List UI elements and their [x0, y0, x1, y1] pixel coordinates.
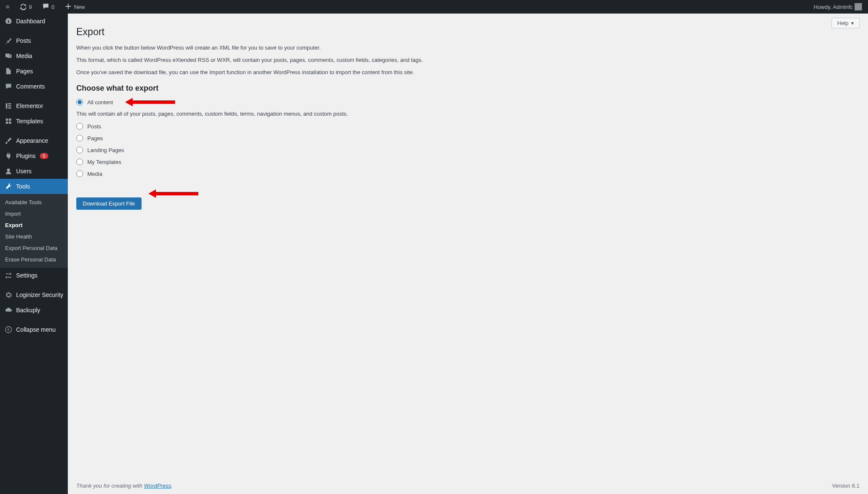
admin-footer: Thank you for creating with WordPress. V… — [68, 477, 868, 494]
sidebar-item-comments[interactable]: Comments — [0, 79, 68, 94]
sidebar-item-settings[interactable]: Settings — [0, 268, 68, 283]
version-text: Version 6.1 — [832, 483, 860, 489]
sidebar-item-label: Comments — [16, 83, 45, 90]
radio-all-content[interactable] — [76, 99, 83, 105]
choose-heading: Choose what to export — [76, 84, 860, 93]
sidebar-item-elementor[interactable]: Elementor — [0, 98, 68, 114]
comments-item[interactable]: 0 — [39, 3, 57, 11]
pin-icon — [4, 36, 13, 45]
sidebar-item-label: Backuply — [16, 307, 40, 314]
svg-rect-1 — [6, 103, 8, 109]
comments-count: 0 — [51, 4, 54, 10]
sidebar-item-media[interactable]: Media — [0, 48, 68, 64]
radio-my-templates[interactable] — [76, 158, 83, 165]
new-item[interactable]: New — [62, 3, 87, 11]
comments-icon — [4, 82, 13, 91]
sidebar-item-users[interactable]: Users — [0, 164, 68, 179]
svg-point-6 — [6, 327, 11, 333]
footer-suffix: . — [171, 483, 173, 489]
sidebar-item-collapse[interactable]: Collapse menu — [0, 322, 68, 337]
templates-icon — [4, 117, 13, 125]
wp-logo-icon[interactable] — [3, 3, 12, 11]
sidebar-item-label: Loginizer Security — [16, 291, 63, 298]
sidebar-item-label: Settings — [16, 272, 38, 279]
submenu-export[interactable]: Export — [0, 219, 68, 231]
intro-paragraph-3: Once you've saved the download file, you… — [76, 69, 458, 75]
radio-label[interactable]: Landing Pages — [87, 147, 124, 153]
radio-label[interactable]: Posts — [87, 123, 101, 130]
sidebar-item-pages[interactable]: Pages — [0, 64, 68, 79]
sidebar-item-label: Posts — [16, 37, 31, 44]
brush-icon — [4, 136, 13, 145]
radio-pages[interactable] — [76, 135, 83, 142]
help-tab[interactable]: Help ▾ — [832, 18, 860, 28]
radio-label[interactable]: Pages — [87, 135, 103, 142]
radio-landing-pages[interactable] — [76, 147, 83, 153]
radio-posts[interactable] — [76, 123, 83, 130]
elementor-icon — [4, 102, 13, 110]
option-media: Media — [76, 170, 860, 177]
plus-icon — [64, 3, 72, 11]
option-all-content: All content — [76, 99, 860, 105]
option-my-templates: My Templates — [76, 158, 860, 165]
admin-top-bar: 9 0 New Howdy, Adminfc — [0, 0, 868, 14]
sidebar-item-dashboard[interactable]: Dashboard — [0, 14, 68, 29]
wrench-icon — [4, 182, 13, 191]
dashboard-icon — [4, 17, 13, 25]
updates-item[interactable]: 9 — [17, 3, 34, 11]
submenu-site-health[interactable]: Site Health — [0, 231, 68, 242]
svg-rect-4 — [8, 108, 11, 109]
media-icon — [4, 52, 13, 60]
sidebar-item-loginizer[interactable]: Loginizer Security — [0, 287, 68, 303]
sidebar-item-label: Plugins — [16, 153, 36, 159]
collapse-icon — [4, 325, 13, 334]
svg-point-5 — [7, 169, 10, 172]
radio-label[interactable]: Media — [87, 171, 102, 177]
comment-icon — [42, 3, 50, 11]
intro-paragraph-1: When you click the button below WordPres… — [76, 44, 458, 51]
content-area: Help ▾ Export When you click the button … — [68, 14, 868, 494]
submenu-import[interactable]: Import — [0, 208, 68, 219]
footer-wordpress-link[interactable]: WordPress — [144, 483, 171, 489]
sidebar-item-posts[interactable]: Posts — [0, 33, 68, 48]
sidebar-item-label: Users — [16, 168, 32, 175]
all-content-hint: This will contain all of your posts, pag… — [76, 111, 458, 117]
greeting[interactable]: Howdy, Adminfc — [811, 3, 865, 11]
page-title: Export — [76, 26, 860, 38]
sidebar-item-tools[interactable]: Tools — [0, 179, 68, 194]
new-label: New — [74, 4, 85, 10]
sidebar-item-appearance[interactable]: Appearance — [0, 133, 68, 148]
plug-icon — [4, 152, 13, 160]
sidebar-item-label: Elementor — [16, 103, 43, 109]
sidebar-item-label: Pages — [16, 68, 33, 75]
radio-label[interactable]: All content — [87, 99, 113, 105]
sidebar-item-templates[interactable]: Templates — [0, 114, 68, 129]
sidebar-item-label: Appearance — [16, 137, 48, 144]
submenu-erase-personal-data[interactable]: Erase Personal Data — [0, 254, 68, 265]
updates-count: 9 — [29, 4, 32, 10]
gear-icon — [4, 291, 13, 299]
footer-prefix: Thank you for creating with — [76, 483, 144, 489]
intro-paragraph-2: This format, which is called WordPress e… — [76, 57, 458, 63]
user-icon — [4, 167, 13, 175]
sidebar-item-label: Templates — [16, 118, 43, 125]
submenu-available-tools[interactable]: Available Tools — [0, 197, 68, 208]
sliders-icon — [4, 271, 13, 280]
download-export-button[interactable]: Download Export File — [76, 197, 142, 210]
sidebar-item-label: Collapse menu — [16, 326, 56, 333]
help-label: Help — [837, 20, 849, 26]
option-landing-pages: Landing Pages — [76, 147, 860, 153]
sidebar-item-label: Media — [16, 53, 32, 59]
svg-rect-2 — [8, 103, 11, 105]
radio-media[interactable] — [76, 170, 83, 177]
sidebar-item-backuply[interactable]: Backuply — [0, 303, 68, 318]
cloud-icon — [4, 306, 13, 314]
avatar — [854, 3, 862, 11]
option-pages: Pages — [76, 135, 860, 142]
admin-sidebar: Dashboard Posts Media Pages Comments Ele… — [0, 14, 68, 494]
annotation-arrow — [148, 191, 198, 196]
plugins-badge: 5 — [40, 153, 48, 159]
submenu-export-personal-data[interactable]: Export Personal Data — [0, 242, 68, 254]
sidebar-item-plugins[interactable]: Plugins 5 — [0, 148, 68, 164]
radio-label[interactable]: My Templates — [87, 159, 121, 165]
